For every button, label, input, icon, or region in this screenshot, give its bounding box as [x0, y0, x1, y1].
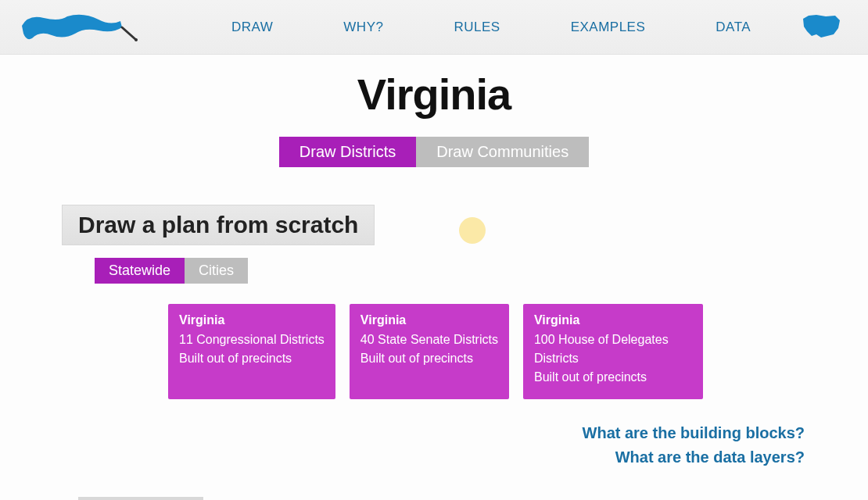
section-heading: Draw a plan from scratch — [78, 212, 358, 238]
highlight-dot — [459, 217, 486, 244]
logo[interactable] — [20, 10, 200, 45]
plan-card-congressional[interactable]: Virginia 11 Congressional Districts Buil… — [168, 304, 335, 399]
us-map-icon[interactable] — [801, 12, 848, 42]
nav-data[interactable]: DATA — [716, 20, 751, 35]
mode-tabs: Draw Districts Draw Communities — [59, 137, 809, 167]
plan-cards: Virginia 11 Congressional Districts Buil… — [168, 304, 809, 399]
nav-rules[interactable]: RULES — [454, 20, 500, 35]
card-state: Virginia — [534, 313, 692, 327]
card-state: Virginia — [360, 313, 498, 327]
card-line: Built out of precincts — [534, 368, 692, 387]
link-building-blocks[interactable]: What are the building blocks? — [59, 424, 805, 442]
nav-links: DRAW WHY? RULES EXAMPLES DATA — [200, 20, 801, 35]
card-state: Virginia — [179, 313, 325, 327]
tab-draw-districts[interactable]: Draw Districts — [279, 137, 416, 167]
plan-card-house-of-delegates[interactable]: Virginia 100 House of Delegates District… — [523, 304, 703, 399]
tab-statewide[interactable]: Statewide — [95, 258, 185, 284]
card-line: Built out of precincts — [360, 349, 498, 368]
info-links: What are the building blocks? What are t… — [59, 424, 809, 466]
plan-card-state-senate[interactable]: Virginia 40 State Senate Districts Built… — [350, 304, 509, 399]
draw-from-scratch-section: Draw a plan from scratch Statewide Citie… — [59, 205, 809, 466]
top-nav: DRAW WHY? RULES EXAMPLES DATA — [0, 0, 868, 55]
nav-why[interactable]: WHY? — [343, 20, 383, 35]
card-line: Built out of precincts — [179, 349, 325, 368]
us-silhouette-icon — [801, 12, 841, 39]
tab-draw-communities[interactable]: Draw Communities — [416, 137, 589, 167]
scope-tabs: Statewide Cities — [95, 258, 809, 284]
logo-icon — [20, 10, 138, 45]
card-line: 40 State Senate Districts — [360, 330, 498, 349]
section-heading-stub — [78, 497, 203, 500]
nav-draw[interactable]: DRAW — [231, 20, 273, 35]
tab-cities[interactable]: Cities — [185, 258, 248, 284]
link-data-layers[interactable]: What are the data layers? — [59, 448, 805, 466]
section-heading-box: Draw a plan from scratch — [62, 205, 375, 245]
nav-examples[interactable]: EXAMPLES — [571, 20, 646, 35]
svg-point-1 — [135, 38, 138, 41]
page-title: Virginia — [59, 69, 809, 120]
svg-line-0 — [122, 27, 136, 40]
card-line: 11 Congressional Districts — [179, 330, 325, 349]
page-body: Virginia Draw Districts Draw Communities… — [59, 55, 809, 466]
card-line: 100 House of Delegates Districts — [534, 330, 692, 368]
